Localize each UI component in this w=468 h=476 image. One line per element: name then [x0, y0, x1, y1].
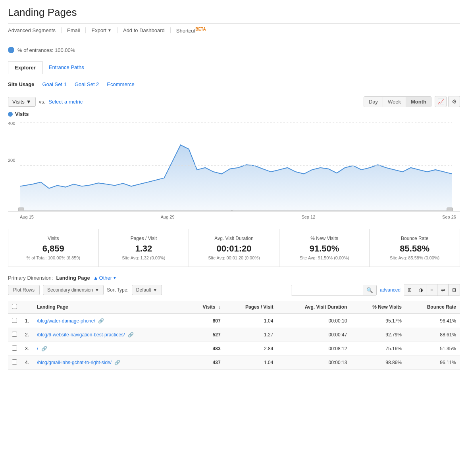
- page-link[interactable]: /blog/6-website-navigation-best-practice…: [37, 332, 125, 338]
- sort-type-arrow: ▼: [153, 287, 158, 293]
- select-all-checkbox[interactable]: [12, 304, 17, 309]
- time-btn-group: Day Week Month: [364, 96, 431, 107]
- sort-type-dropdown[interactable]: Default ▼: [132, 285, 162, 295]
- subtab-goal-set-2[interactable]: Goal Set 2: [75, 81, 99, 87]
- toolbar-add-dashboard[interactable]: Add to Dashboard: [117, 27, 171, 33]
- th-landing-page[interactable]: Landing Page: [33, 301, 187, 314]
- tab-explorer[interactable]: Explorer: [8, 61, 42, 74]
- row-bounce-rate: 96.11%: [406, 356, 460, 370]
- toolbar-shortcut[interactable]: ShortcutBETA: [171, 27, 212, 34]
- row-bounce-rate: 96.41%: [406, 314, 460, 328]
- toolbar-export[interactable]: Export ▼: [86, 27, 117, 33]
- external-link-icon[interactable]: 🔗: [98, 318, 104, 324]
- range-handle-right[interactable]: [447, 208, 453, 211]
- x-label-aug29: Aug 29: [161, 215, 175, 219]
- table-compare-view-btn[interactable]: ⇌: [437, 284, 449, 296]
- metric-pages-visit: Pages / Visit 1.32 Site Avg: 1.32 (0.00%…: [99, 229, 189, 267]
- plot-rows-btn[interactable]: Plot Rows: [8, 285, 40, 295]
- row-avg-duration: 00:08:12: [277, 342, 351, 356]
- subtab-goal-set-1[interactable]: Goal Set 1: [42, 81, 66, 87]
- external-link-icon[interactable]: 🔗: [114, 360, 120, 365]
- row-num: 2.: [21, 328, 33, 342]
- external-link-icon[interactable]: 🔗: [41, 346, 47, 351]
- primary-dimension: Primary Dimension: Landing Page ▲ Other …: [8, 275, 460, 281]
- chart-legend: Visits: [8, 111, 460, 117]
- toolbar-email[interactable]: Email: [62, 27, 86, 33]
- page-link[interactable]: /blog/gmail-labs-gchat-to-right-side/: [37, 360, 112, 365]
- dim-value: Landing Page: [56, 275, 90, 281]
- th-pages-visit[interactable]: Pages / Visit: [225, 301, 277, 314]
- row-checkbox[interactable]: [12, 359, 17, 365]
- entrances-bar: % of entrances: 100.00%: [8, 43, 460, 57]
- row-checkbox[interactable]: [12, 332, 17, 337]
- chart-legend-dot: [8, 112, 13, 117]
- entrances-circle-icon[interactable]: [8, 47, 14, 53]
- secondary-dim-arrow: ▼: [94, 287, 99, 293]
- table-row: 4. /blog/gmail-labs-gchat-to-right-side/…: [8, 356, 460, 370]
- row-bounce-rate: 88.61%: [406, 328, 460, 342]
- page-link[interactable]: /blog/water-damage-phone/: [37, 318, 95, 324]
- chart-area: Visits 400 200: [8, 111, 460, 221]
- row-checkbox-cell: [8, 356, 21, 370]
- page-title: Landing Pages: [8, 6, 460, 19]
- tab-entrance-paths[interactable]: Entrance Paths: [42, 61, 91, 74]
- table-row: 1. /blog/water-damage-phone/ 🔗 807 1.04 …: [8, 314, 460, 328]
- th-avg-duration[interactable]: Avg. Visit Duration: [277, 301, 351, 314]
- subtab-site-usage[interactable]: Site Usage: [8, 81, 34, 87]
- select-metric-link[interactable]: Select a metric: [48, 99, 83, 105]
- dim-other-link[interactable]: ▲ Other ▼: [93, 275, 117, 281]
- subtab-ecommerce[interactable]: Ecommerce: [107, 81, 134, 87]
- row-bounce-rate: 51.35%: [406, 342, 460, 356]
- row-new-visits: 95.17%: [351, 314, 406, 328]
- data-table: Landing Page Visits ↓ Pages / Visit Avg.…: [8, 301, 460, 370]
- row-checkbox[interactable]: [12, 345, 17, 351]
- row-checkbox[interactable]: [12, 318, 17, 323]
- row-pages-visit: 1.04: [225, 356, 277, 370]
- export-dropdown-arrow: ▼: [108, 28, 112, 33]
- table-row: 2. /blog/6-website-navigation-best-pract…: [8, 328, 460, 342]
- chart-dot-view-btn[interactable]: ⚙: [448, 96, 460, 107]
- x-label-sep26: Sep 26: [442, 215, 456, 219]
- metric-bounce-rate-sub: Site Avg: 85.58% (0.00%): [376, 255, 453, 260]
- table-list-view-btn[interactable]: ≡: [426, 284, 437, 296]
- dim-label: Primary Dimension:: [8, 275, 53, 281]
- subtabs: Site Usage Goal Set 1 Goal Set 2 Ecommer…: [8, 78, 460, 90]
- row-pages-visit: 1.27: [225, 328, 277, 342]
- th-visits[interactable]: Visits ↓: [187, 301, 225, 314]
- y-axis-400: 400: [8, 121, 15, 126]
- table-pivot-view-btn[interactable]: ⊟: [449, 284, 460, 296]
- time-btn-day[interactable]: Day: [364, 97, 383, 107]
- th-bounce-rate[interactable]: Bounce Rate: [406, 301, 460, 314]
- main-tabs: Explorer Entrance Paths: [8, 61, 460, 74]
- metric-avg-duration-value: 00:01:20: [195, 244, 273, 254]
- table-grid-view-btn[interactable]: ⊞: [404, 284, 415, 296]
- row-landing-page: /blog/gmail-labs-gchat-to-right-side/ 🔗: [33, 356, 187, 370]
- row-pages-visit: 2.84: [225, 342, 277, 356]
- search-box: 🔍: [291, 285, 377, 296]
- metric-visits-sub: % of Total: 100.00% (6,859): [15, 255, 92, 260]
- time-btn-month[interactable]: Month: [406, 97, 431, 107]
- metric-dropdown[interactable]: Visits ▼: [8, 97, 36, 107]
- row-num: 1.: [21, 314, 33, 328]
- range-handle-left[interactable]: [18, 208, 24, 211]
- external-link-icon[interactable]: 🔗: [128, 332, 134, 338]
- metric-bounce-rate-value: 85.58%: [376, 244, 453, 254]
- advanced-link[interactable]: advanced: [380, 287, 401, 293]
- search-btn[interactable]: 🔍: [363, 285, 376, 295]
- secondary-dimension-dropdown[interactable]: Secondary dimension ▼: [43, 285, 104, 295]
- row-new-visits: 92.79%: [351, 328, 406, 342]
- table-pie-view-btn[interactable]: ◑: [415, 284, 426, 296]
- row-avg-duration: 00:00:10: [277, 314, 351, 328]
- search-input[interactable]: [291, 285, 363, 295]
- metric-new-visits: % New Visits 91.50% Site Avg: 91.50% (0.…: [279, 229, 370, 267]
- th-new-visits[interactable]: % New Visits: [351, 301, 406, 314]
- page-link[interactable]: /: [37, 346, 38, 351]
- time-btn-week[interactable]: Week: [383, 97, 406, 107]
- chart-line-view-btn[interactable]: 📈: [435, 96, 447, 107]
- metric-visits-title: Visits: [15, 236, 92, 241]
- toolbar-advanced-segments[interactable]: Advanced Segments: [8, 27, 62, 33]
- th-num: [21, 301, 33, 314]
- table-row: 3. / 🔗 483 2.84 00:08:12 75.16% 51.35%: [8, 342, 460, 356]
- entrances-text: % of entrances: 100.00%: [17, 47, 75, 53]
- metric-new-visits-sub: Site Avg: 91.50% (0.00%): [286, 255, 363, 260]
